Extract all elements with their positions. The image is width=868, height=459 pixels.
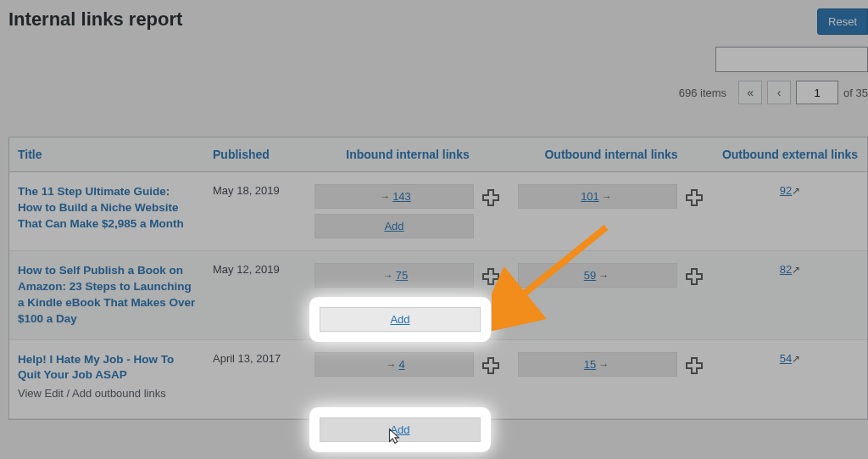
arrow-out-icon: → xyxy=(598,270,609,282)
inbound-count-pill: →4 xyxy=(314,352,474,377)
highlight-add-row2: Add xyxy=(309,297,491,342)
plus-icon[interactable] xyxy=(684,188,704,208)
arrow-out-icon: → xyxy=(598,359,609,371)
outbound-int-link[interactable]: 59 xyxy=(584,269,596,282)
outbound-internal-pill: 101→ xyxy=(518,184,677,209)
inbound-count-link[interactable]: 143 xyxy=(392,190,411,203)
published-date: May 12, 2019 xyxy=(204,251,306,340)
plus-icon[interactable] xyxy=(481,355,501,376)
plus-icon[interactable] xyxy=(684,355,704,376)
inbound-count-pill: →143 xyxy=(314,184,474,209)
add-link[interactable]: Add xyxy=(390,313,409,326)
post-title-link[interactable]: Help! I Hate My Job - How To Quit Your J… xyxy=(18,352,196,384)
table-row: The 11 Step Ultimate Guide: How to Build… xyxy=(9,172,867,251)
prev-page-button[interactable]: ‹ xyxy=(767,81,791,104)
outbound-ext-link[interactable]: 54 xyxy=(780,352,792,365)
outbound-int-link[interactable]: 15 xyxy=(584,358,596,371)
col-outbound-internal[interactable]: Outbound internal links xyxy=(509,137,713,172)
row-actions[interactable]: View Edit / Add outbound links xyxy=(18,387,196,400)
col-published[interactable]: Published xyxy=(204,137,306,172)
plus-icon[interactable] xyxy=(481,266,501,287)
post-title-link[interactable]: How to Self Publish a Book on Amazon: 23… xyxy=(18,263,196,327)
inbound-count-link[interactable]: 4 xyxy=(398,358,404,371)
col-title[interactable]: Title xyxy=(9,137,204,172)
cursor-icon xyxy=(385,428,403,446)
outbound-internal-pill: 59→ xyxy=(518,263,677,288)
search-input[interactable] xyxy=(715,47,868,72)
outbound-ext-link[interactable]: 92 xyxy=(780,184,792,197)
outbound-ext-link[interactable]: 82 xyxy=(780,263,792,276)
outbound-internal-pill: 15→ xyxy=(518,352,677,377)
external-icon: ↗ xyxy=(792,185,800,197)
pagination: 696 items « ‹ of 35 xyxy=(679,81,868,104)
plus-icon[interactable] xyxy=(684,266,704,287)
outbound-int-link[interactable]: 101 xyxy=(581,190,599,203)
links-table: Title Published Inbound internal links O… xyxy=(9,137,867,419)
reset-button[interactable]: Reset xyxy=(817,8,868,35)
published-date: April 13, 2017 xyxy=(204,339,306,418)
external-icon: ↗ xyxy=(792,353,800,365)
arrow-in-icon: → xyxy=(383,270,393,282)
col-inbound[interactable]: Inbound internal links xyxy=(306,137,509,172)
inbound-count-link[interactable]: 75 xyxy=(396,269,408,282)
add-inbound-button[interactable]: Add xyxy=(320,307,481,332)
post-title-link[interactable]: The 11 Step Ultimate Guide: How to Build… xyxy=(18,184,196,232)
total-pages-label: of 35 xyxy=(843,87,868,99)
items-count: 696 items xyxy=(679,87,726,99)
arrow-in-icon: → xyxy=(386,359,396,371)
first-page-button[interactable]: « xyxy=(738,81,762,104)
add-link[interactable]: Add xyxy=(384,220,403,232)
current-page-input[interactable] xyxy=(796,81,838,104)
page-title: Internal links report xyxy=(8,8,868,31)
col-outbound-external[interactable]: Outbound external links xyxy=(713,137,867,172)
arrow-out-icon: → xyxy=(602,191,612,203)
inbound-count-pill: →75 xyxy=(314,263,474,288)
arrow-in-icon: → xyxy=(380,191,390,203)
published-date: May 18, 2019 xyxy=(204,172,306,251)
plus-icon[interactable] xyxy=(481,188,501,208)
external-icon: ↗ xyxy=(792,264,800,276)
add-inbound-pill[interactable]: Add xyxy=(314,214,474,238)
